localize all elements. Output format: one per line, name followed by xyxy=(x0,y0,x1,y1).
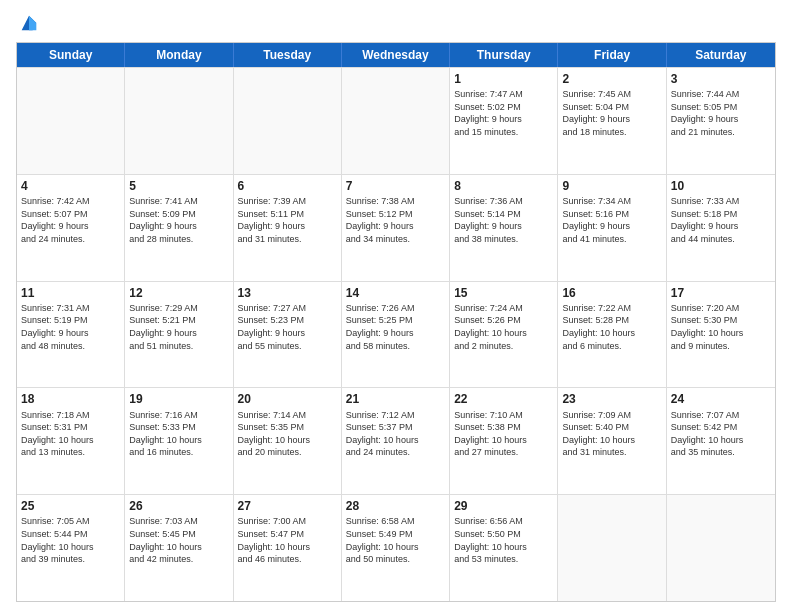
day-number: 12 xyxy=(129,285,228,301)
day-number: 3 xyxy=(671,71,771,87)
day-number: 16 xyxy=(562,285,661,301)
day-info: Sunrise: 7:34 AM Sunset: 5:16 PM Dayligh… xyxy=(562,195,661,245)
day-number: 13 xyxy=(238,285,337,301)
day-cell-4: 4Sunrise: 7:42 AM Sunset: 5:07 PM Daylig… xyxy=(17,175,125,281)
day-cell-17: 17Sunrise: 7:20 AM Sunset: 5:30 PM Dayli… xyxy=(667,282,775,388)
day-number: 24 xyxy=(671,391,771,407)
day-cell-22: 22Sunrise: 7:10 AM Sunset: 5:38 PM Dayli… xyxy=(450,388,558,494)
day-number: 4 xyxy=(21,178,120,194)
calendar-row-4: 18Sunrise: 7:18 AM Sunset: 5:31 PM Dayli… xyxy=(17,387,775,494)
svg-marker-1 xyxy=(29,16,36,31)
day-cell-24: 24Sunrise: 7:07 AM Sunset: 5:42 PM Dayli… xyxy=(667,388,775,494)
day-number: 11 xyxy=(21,285,120,301)
empty-cell xyxy=(234,68,342,174)
day-cell-23: 23Sunrise: 7:09 AM Sunset: 5:40 PM Dayli… xyxy=(558,388,666,494)
day-number: 8 xyxy=(454,178,553,194)
day-number: 21 xyxy=(346,391,445,407)
day-number: 27 xyxy=(238,498,337,514)
header-day-sunday: Sunday xyxy=(17,43,125,67)
calendar-body: 1Sunrise: 7:47 AM Sunset: 5:02 PM Daylig… xyxy=(17,67,775,601)
header-day-monday: Monday xyxy=(125,43,233,67)
day-number: 22 xyxy=(454,391,553,407)
day-cell-3: 3Sunrise: 7:44 AM Sunset: 5:05 PM Daylig… xyxy=(667,68,775,174)
day-info: Sunrise: 7:39 AM Sunset: 5:11 PM Dayligh… xyxy=(238,195,337,245)
day-number: 9 xyxy=(562,178,661,194)
day-number: 6 xyxy=(238,178,337,194)
header-day-tuesday: Tuesday xyxy=(234,43,342,67)
day-cell-2: 2Sunrise: 7:45 AM Sunset: 5:04 PM Daylig… xyxy=(558,68,666,174)
header-day-thursday: Thursday xyxy=(450,43,558,67)
calendar-row-2: 4Sunrise: 7:42 AM Sunset: 5:07 PM Daylig… xyxy=(17,174,775,281)
day-cell-26: 26Sunrise: 7:03 AM Sunset: 5:45 PM Dayli… xyxy=(125,495,233,601)
day-info: Sunrise: 7:05 AM Sunset: 5:44 PM Dayligh… xyxy=(21,515,120,565)
day-info: Sunrise: 7:20 AM Sunset: 5:30 PM Dayligh… xyxy=(671,302,771,352)
empty-cell xyxy=(342,68,450,174)
day-cell-15: 15Sunrise: 7:24 AM Sunset: 5:26 PM Dayli… xyxy=(450,282,558,388)
day-info: Sunrise: 7:36 AM Sunset: 5:14 PM Dayligh… xyxy=(454,195,553,245)
page: SundayMondayTuesdayWednesdayThursdayFrid… xyxy=(0,0,792,612)
header xyxy=(16,12,776,34)
day-info: Sunrise: 7:00 AM Sunset: 5:47 PM Dayligh… xyxy=(238,515,337,565)
day-number: 10 xyxy=(671,178,771,194)
calendar-row-3: 11Sunrise: 7:31 AM Sunset: 5:19 PM Dayli… xyxy=(17,281,775,388)
day-info: Sunrise: 7:10 AM Sunset: 5:38 PM Dayligh… xyxy=(454,409,553,459)
day-number: 2 xyxy=(562,71,661,87)
empty-cell xyxy=(667,495,775,601)
day-info: Sunrise: 6:58 AM Sunset: 5:49 PM Dayligh… xyxy=(346,515,445,565)
empty-cell xyxy=(125,68,233,174)
day-info: Sunrise: 7:41 AM Sunset: 5:09 PM Dayligh… xyxy=(129,195,228,245)
day-cell-9: 9Sunrise: 7:34 AM Sunset: 5:16 PM Daylig… xyxy=(558,175,666,281)
day-info: Sunrise: 7:45 AM Sunset: 5:04 PM Dayligh… xyxy=(562,88,661,138)
day-cell-7: 7Sunrise: 7:38 AM Sunset: 5:12 PM Daylig… xyxy=(342,175,450,281)
day-info: Sunrise: 7:31 AM Sunset: 5:19 PM Dayligh… xyxy=(21,302,120,352)
day-info: Sunrise: 7:16 AM Sunset: 5:33 PM Dayligh… xyxy=(129,409,228,459)
day-number: 28 xyxy=(346,498,445,514)
calendar-row-5: 25Sunrise: 7:05 AM Sunset: 5:44 PM Dayli… xyxy=(17,494,775,601)
logo-icon xyxy=(18,12,40,34)
day-cell-19: 19Sunrise: 7:16 AM Sunset: 5:33 PM Dayli… xyxy=(125,388,233,494)
day-cell-10: 10Sunrise: 7:33 AM Sunset: 5:18 PM Dayli… xyxy=(667,175,775,281)
day-cell-21: 21Sunrise: 7:12 AM Sunset: 5:37 PM Dayli… xyxy=(342,388,450,494)
calendar: SundayMondayTuesdayWednesdayThursdayFrid… xyxy=(16,42,776,602)
header-day-saturday: Saturday xyxy=(667,43,775,67)
day-info: Sunrise: 7:29 AM Sunset: 5:21 PM Dayligh… xyxy=(129,302,228,352)
day-info: Sunrise: 7:47 AM Sunset: 5:02 PM Dayligh… xyxy=(454,88,553,138)
day-cell-20: 20Sunrise: 7:14 AM Sunset: 5:35 PM Dayli… xyxy=(234,388,342,494)
day-info: Sunrise: 7:09 AM Sunset: 5:40 PM Dayligh… xyxy=(562,409,661,459)
day-info: Sunrise: 7:44 AM Sunset: 5:05 PM Dayligh… xyxy=(671,88,771,138)
day-number: 7 xyxy=(346,178,445,194)
day-cell-18: 18Sunrise: 7:18 AM Sunset: 5:31 PM Dayli… xyxy=(17,388,125,494)
day-info: Sunrise: 7:26 AM Sunset: 5:25 PM Dayligh… xyxy=(346,302,445,352)
day-number: 1 xyxy=(454,71,553,87)
day-cell-1: 1Sunrise: 7:47 AM Sunset: 5:02 PM Daylig… xyxy=(450,68,558,174)
day-cell-25: 25Sunrise: 7:05 AM Sunset: 5:44 PM Dayli… xyxy=(17,495,125,601)
day-cell-12: 12Sunrise: 7:29 AM Sunset: 5:21 PM Dayli… xyxy=(125,282,233,388)
day-cell-13: 13Sunrise: 7:27 AM Sunset: 5:23 PM Dayli… xyxy=(234,282,342,388)
day-number: 29 xyxy=(454,498,553,514)
header-day-wednesday: Wednesday xyxy=(342,43,450,67)
day-info: Sunrise: 7:07 AM Sunset: 5:42 PM Dayligh… xyxy=(671,409,771,459)
day-cell-16: 16Sunrise: 7:22 AM Sunset: 5:28 PM Dayli… xyxy=(558,282,666,388)
day-info: Sunrise: 7:33 AM Sunset: 5:18 PM Dayligh… xyxy=(671,195,771,245)
day-info: Sunrise: 7:22 AM Sunset: 5:28 PM Dayligh… xyxy=(562,302,661,352)
day-number: 23 xyxy=(562,391,661,407)
day-cell-5: 5Sunrise: 7:41 AM Sunset: 5:09 PM Daylig… xyxy=(125,175,233,281)
header-day-friday: Friday xyxy=(558,43,666,67)
day-info: Sunrise: 7:27 AM Sunset: 5:23 PM Dayligh… xyxy=(238,302,337,352)
day-number: 19 xyxy=(129,391,228,407)
day-number: 25 xyxy=(21,498,120,514)
day-info: Sunrise: 7:18 AM Sunset: 5:31 PM Dayligh… xyxy=(21,409,120,459)
day-info: Sunrise: 7:12 AM Sunset: 5:37 PM Dayligh… xyxy=(346,409,445,459)
day-cell-14: 14Sunrise: 7:26 AM Sunset: 5:25 PM Dayli… xyxy=(342,282,450,388)
day-number: 17 xyxy=(671,285,771,301)
day-info: Sunrise: 6:56 AM Sunset: 5:50 PM Dayligh… xyxy=(454,515,553,565)
day-info: Sunrise: 7:42 AM Sunset: 5:07 PM Dayligh… xyxy=(21,195,120,245)
day-number: 14 xyxy=(346,285,445,301)
day-cell-6: 6Sunrise: 7:39 AM Sunset: 5:11 PM Daylig… xyxy=(234,175,342,281)
day-info: Sunrise: 7:24 AM Sunset: 5:26 PM Dayligh… xyxy=(454,302,553,352)
day-number: 5 xyxy=(129,178,228,194)
empty-cell xyxy=(558,495,666,601)
day-number: 18 xyxy=(21,391,120,407)
day-number: 26 xyxy=(129,498,228,514)
day-cell-8: 8Sunrise: 7:36 AM Sunset: 5:14 PM Daylig… xyxy=(450,175,558,281)
